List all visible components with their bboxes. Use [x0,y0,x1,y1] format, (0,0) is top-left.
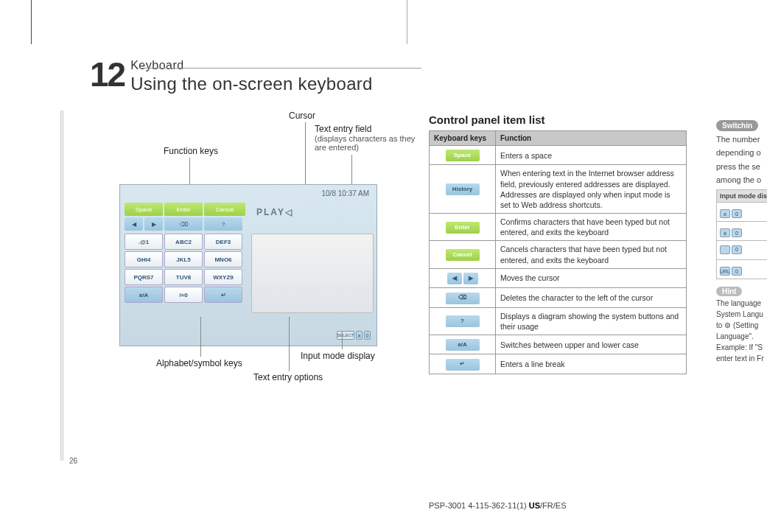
callout-input-mode: Input mode display [301,351,375,361]
mode-icon: URL [720,267,730,276]
key-2[interactable]: ABC2 [164,234,203,250]
keyboard-screenshot: 10/8 10:37 AM PLAY◁ Space Enter Cancel ◀… [119,184,377,346]
key-icon: History [446,183,480,195]
mode-row: á0 [717,222,768,241]
fn-help[interactable]: ? [204,217,242,231]
right-p1: The number [716,134,767,144]
table-row: HistoryWhen entering text in the Interne… [430,165,687,214]
key-3[interactable]: DEF3 [204,234,242,250]
fn-cell: Switches between upper and lower case [496,335,687,354]
page-number: 26 [69,457,77,465]
mode-cell: URL0 [717,260,768,279]
key-return[interactable]: ↵ [204,287,242,303]
fn-enter[interactable]: Enter [164,203,203,216]
key-cell: a/A [430,335,496,354]
fn-bksp[interactable]: ⌫ [164,217,203,231]
fn-cell: Enters a line break [496,354,687,374]
callout-line-opts [289,317,290,371]
table-row: CancelCancels characters that have been … [430,241,687,268]
footer-text: PSP-3001 4-115-362-11(1) [429,501,529,510]
chapter-header: 12 Keyboard Using the on-screen keyboard [90,55,373,94]
fn-space[interactable]: Space [125,203,163,216]
chapter-title: Using the on-screen keyboard [130,74,373,94]
key-0[interactable]: /=0 [164,287,203,303]
right-p3: press the se [716,161,767,172]
mode-alpha: a [356,331,363,340]
key-cell: Space [430,146,496,165]
mode-cell: 0 [717,241,768,260]
key-8[interactable]: TUV8 [164,269,203,285]
fn-cell: Cancels characters that have been typed … [496,241,687,268]
input-mode-table: Input mode display a0á00URL0 [716,189,767,279]
table-row: ↵Enters a line break [430,354,687,374]
callout-alpha: Alphabet/symbol keys [156,358,242,368]
mode-icon: a [720,209,730,218]
function-key-row2: ◀ ▶ ⌫ ? [125,217,248,231]
key-icon: Space [446,150,480,161]
table-row: a/ASwitches between upper and lower case [430,335,687,354]
status-bar: 10/8 10:37 AM [322,189,370,197]
mode-icon: á [720,228,730,237]
hint-line: to ⚙ (Setting [716,321,767,330]
col-fn: Function [496,131,687,146]
mode-row: 0 [717,241,768,260]
fn-right[interactable]: ▶ [144,217,163,231]
key-cell: ↵ [430,354,496,374]
footer-us: US [529,501,540,510]
key-7[interactable]: PQRS7 [125,269,163,285]
function-key-row: Space Enter Cancel [125,203,248,216]
fn-cancel[interactable]: Cancel [204,203,245,216]
right-th: Input mode display [717,190,768,203]
fn-cell: When entering text in the Internet brows… [496,165,687,214]
key-4[interactable]: GHI4 [125,251,163,267]
fn-left[interactable]: ◀ [125,217,143,231]
col-keys: Keyboard keys [430,131,496,146]
play-text: PLAY [256,207,285,217]
mode-cell: á0 [717,222,768,241]
fn-cell: Displays a diagram showing the system bu… [496,307,687,335]
key-9[interactable]: WXYZ9 [204,269,242,285]
mode-row: a0 [717,203,768,222]
right-p2: depending o [716,147,767,158]
callout-text-opts: Text entry options [253,372,323,382]
chapter-subtitle: Keyboard [130,59,373,72]
key-icon: ◀ [447,273,462,284]
hint-pill: Hint [716,287,742,296]
footer-rest: /FR/ES [540,501,566,510]
text-entry-box [251,234,374,313]
mode-icon [720,245,730,254]
mode-icon: 0 [732,209,742,218]
callout-line-alpha [200,317,201,357]
right-column: Switchin The number depending o press th… [716,118,767,363]
mode-cell: a0 [717,203,768,222]
key-icon: Enter [446,222,480,234]
page-content: 12 Keyboard Using the on-screen keyboard… [31,0,767,532]
callout-cursor: Cursor [289,111,315,121]
key-5[interactable]: JKL5 [164,251,203,267]
key-icon: ▶ [463,273,478,284]
key-icon: Cancel [446,249,480,261]
callout-text-entry: Text entry field (displays characters as… [315,124,425,152]
key-cell: ? [430,307,496,335]
table-row: EnterConfirms characters that have been … [430,214,687,241]
key-cell: History [430,165,496,214]
switching-pill: Switchin [716,120,758,131]
key-6[interactable]: MNO6 [204,251,242,267]
table-row: ◀▶Moves the cursor [430,268,687,287]
chapter-number: 12 [90,55,125,94]
fn-cell: Enters a space [496,146,687,165]
control-panel-list: Control panel item list Keyboard keys Fu… [429,113,687,374]
key-cell: ⌫ [430,288,496,307]
table-row: SpaceEnters a space [430,146,687,165]
cursor-icon: ◁ [285,207,290,217]
hint-line: System Langu [716,309,767,319]
key-case[interactable]: a/A [125,287,163,303]
mode-select: SELECT [337,331,354,340]
fn-cell: Moves the cursor [496,268,687,287]
text-entry-content: PLAY◁ [256,207,290,217]
key-cell: Enter [430,214,496,241]
mode-num: 0 [364,331,371,340]
key-1[interactable]: .@1 [125,234,163,250]
hint-line: Language". [716,332,767,341]
control-table: Keyboard keys Function SpaceEnters a spa… [429,130,687,374]
